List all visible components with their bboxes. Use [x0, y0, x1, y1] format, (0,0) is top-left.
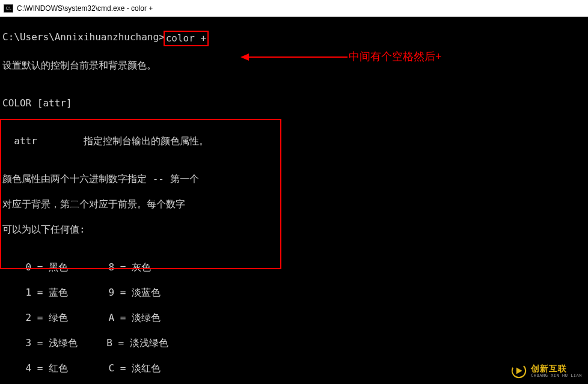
annotation: 中间有个空格然后+ — [240, 50, 442, 63]
color-row: 0 = 黑色 8 = 灰色 — [2, 261, 586, 273]
window-title: C:\WINDOWS\system32\cmd.exe - color + — [17, 4, 153, 13]
watermark-logo-icon — [510, 362, 527, 379]
svg-marker-1 — [240, 53, 249, 61]
color-row: 3 = 浅绿色 B = 淡浅绿色 — [2, 337, 586, 349]
output-line: 对应于背景，第二个对应于前景。每个数字 — [2, 198, 586, 210]
cmd-window: C:\. C:\WINDOWS\system32\cmd.exe - color… — [0, 0, 588, 384]
output-line: 可以为以下任何值: — [2, 223, 586, 236]
color-row: 4 = 红色 C = 淡红色 — [2, 362, 586, 374]
output-line: COLOR [attr] — [2, 97, 586, 109]
annotation-text: 中间有个空格然后+ — [349, 50, 442, 63]
title-bar[interactable]: C:\. C:\WINDOWS\system32\cmd.exe - color… — [0, 0, 588, 17]
terminal-output[interactable]: C:\Users\Annixihuanzhuchang>color + 设置默认… — [0, 17, 588, 384]
typed-command: color + — [164, 31, 209, 46]
color-row: 2 = 绿色 A = 淡绿色 — [2, 311, 586, 324]
arrow-icon — [240, 51, 348, 63]
svg-marker-3 — [516, 367, 522, 374]
watermark-en: CHUANG XIN HU LIAN — [531, 374, 582, 378]
color-row: 1 = 蓝色 9 = 淡蓝色 — [2, 286, 586, 299]
output-line: attr 指定控制台输出的颜色属性。 — [2, 135, 586, 147]
cmd-icon: C:\. — [4, 4, 13, 13]
watermark: 创新互联 CHUANG XIN HU LIAN — [510, 362, 582, 379]
watermark-cn: 创新互联 — [531, 364, 582, 373]
prompt-path: C:\Users\Annixihuanzhuchang> — [2, 31, 165, 46]
output-line: 颜色属性由两个十六进制数字指定 -- 第一个 — [2, 172, 586, 185]
